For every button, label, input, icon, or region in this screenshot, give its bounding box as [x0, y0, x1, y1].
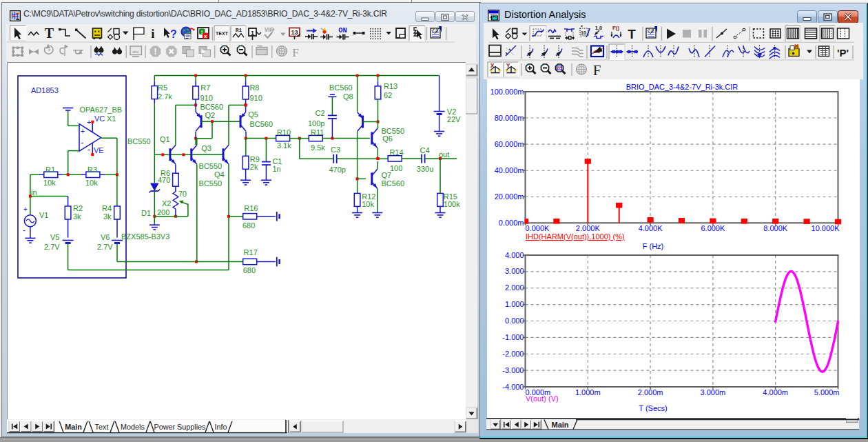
svg-text:Q6: Q6 — [382, 134, 393, 143]
svg-text:20.000m: 20.000m — [495, 192, 524, 201]
svg-text:200: 200 — [157, 208, 169, 217]
svg-text:VC: VC — [94, 114, 105, 123]
svg-text:R4: R4 — [102, 204, 112, 212]
svg-text:R13: R13 — [384, 82, 397, 90]
svg-text:-3.000: -3.000 — [502, 366, 524, 374]
svg-text:'P': 'P' — [837, 47, 849, 59]
svg-text:Q2: Q2 — [205, 111, 215, 119]
svg-text:R1: R1 — [236, 27, 242, 33]
svg-text:0.000: 0.000 — [505, 317, 524, 325]
svg-text:100: 100 — [390, 164, 402, 172]
svg-text:R14: R14 — [389, 148, 403, 157]
svg-text:R17: R17 — [244, 248, 258, 257]
svg-text:R10: R10 — [277, 128, 291, 137]
svg-text:10k: 10k — [362, 200, 374, 208]
svg-text:Main: Main — [65, 423, 82, 431]
svg-text:1n: 1n — [272, 165, 280, 173]
svg-text:680: 680 — [243, 266, 256, 274]
svg-text:330u: 330u — [417, 165, 433, 173]
svg-text:100p: 100p — [308, 119, 324, 128]
svg-text:out: out — [439, 150, 449, 159]
svg-text:BC560: BC560 — [249, 120, 273, 128]
svg-text:V6: V6 — [101, 233, 110, 241]
svg-text:R3: R3 — [87, 165, 97, 174]
svg-text:IHD(HARM(V(out)),1000) (%): IHD(HARM(V(out)),1000) (%) — [526, 232, 625, 241]
svg-text:-: - — [87, 144, 90, 154]
svg-text:60.000m: 60.000m — [495, 140, 524, 148]
svg-text:-: - — [23, 225, 25, 235]
svg-text:x: x — [204, 33, 207, 39]
svg-text:F: F — [292, 46, 298, 59]
svg-text:-2.000: -2.000 — [502, 350, 524, 358]
svg-text:X2: X2 — [162, 199, 171, 208]
svg-text:F (Hz): F (Hz) — [643, 242, 664, 250]
svg-text:8.000K: 8.000K — [763, 224, 788, 232]
svg-text:10k: 10k — [85, 179, 98, 187]
svg-text:R16: R16 — [244, 204, 258, 212]
svg-text:X1: X1 — [107, 114, 116, 123]
svg-text:R12: R12 — [362, 192, 375, 201]
svg-text:R5: R5 — [158, 83, 167, 92]
svg-text:R2: R2 — [73, 204, 83, 212]
svg-text:BRIO_DAC_3-4&2-7V_Ri-3k.CIR: BRIO_DAC_3-4&2-7V_Ri-3k.CIR — [626, 83, 738, 91]
svg-text:680: 680 — [242, 221, 255, 230]
svg-text:ON: ON — [338, 26, 347, 34]
svg-text:F(): F() — [612, 25, 620, 31]
svg-text:-: - — [81, 137, 83, 148]
svg-text:4.000: 4.000 — [505, 251, 524, 259]
svg-text:Power Supplies: Power Supplies — [154, 423, 206, 431]
svg-text:10.000K: 10.000K — [812, 224, 840, 232]
svg-text:0.000K: 0.000K — [526, 224, 550, 232]
svg-text:TEXT: TEXT — [216, 31, 229, 36]
svg-text:40.000m: 40.000m — [495, 166, 524, 174]
svg-text:T: T — [45, 26, 54, 41]
svg-text:3k: 3k — [73, 212, 81, 221]
svg-text:Q3: Q3 — [201, 144, 211, 152]
svg-text:R8: R8 — [249, 83, 259, 92]
svg-text:BC560: BC560 — [329, 83, 353, 92]
svg-text:!: ! — [154, 47, 157, 57]
svg-text:Q4: Q4 — [214, 170, 225, 179]
svg-text:Text: Text — [95, 423, 109, 431]
svg-text:4.000K: 4.000K — [639, 224, 663, 232]
svg-text:1.000: 1.000 — [505, 300, 524, 308]
svg-text:BC560: BC560 — [200, 103, 223, 111]
svg-text:22V: 22V — [447, 115, 461, 123]
svg-text:3.000m: 3.000m — [701, 388, 726, 396]
svg-text:80.000m: 80.000m — [495, 114, 524, 122]
svg-text:Info: Info — [214, 423, 227, 431]
svg-text:BC560: BC560 — [381, 179, 404, 188]
svg-text:13: 13 — [291, 29, 298, 36]
svg-text:2.000K: 2.000K — [576, 224, 601, 232]
svg-text:9.5k: 9.5k — [311, 143, 325, 152]
svg-text:910: 910 — [200, 94, 212, 102]
svg-text:-4.000: -4.000 — [502, 383, 524, 391]
svg-text:+: + — [81, 127, 85, 135]
svg-text:Q8: Q8 — [343, 92, 353, 101]
svg-text:BC550: BC550 — [199, 162, 223, 170]
svg-text:C4: C4 — [420, 146, 430, 154]
svg-text:470p: 470p — [329, 165, 346, 174]
svg-text:i: i — [151, 26, 154, 41]
svg-text:V5: V5 — [50, 233, 59, 241]
svg-text:D1: D1 — [141, 209, 151, 217]
svg-text:910: 910 — [249, 94, 262, 102]
svg-text:1.0: 1.0 — [595, 25, 602, 31]
svg-text:Q5: Q5 — [248, 110, 258, 119]
svg-text:70: 70 — [178, 190, 187, 198]
svg-text:abc: abc — [132, 50, 139, 54]
svg-text:C2: C2 — [316, 109, 325, 117]
svg-text:470: 470 — [158, 176, 170, 184]
svg-text:V1: V1 — [39, 211, 48, 219]
svg-text:V(out) (V): V(out) (V) — [526, 394, 559, 403]
svg-text:?: ? — [170, 28, 177, 40]
svg-text:2k: 2k — [250, 163, 258, 171]
svg-text:BZX585-B3V3: BZX585-B3V3 — [121, 232, 169, 241]
svg-text:+: + — [23, 205, 28, 213]
svg-text:Main: Main — [551, 421, 568, 429]
svg-text:3k: 3k — [103, 212, 112, 221]
svg-text:0.000m: 0.000m — [499, 219, 524, 227]
svg-text:1.000m: 1.000m — [575, 388, 601, 396]
svg-text:2.000m: 2.000m — [638, 388, 663, 396]
svg-text:in: in — [31, 188, 37, 197]
